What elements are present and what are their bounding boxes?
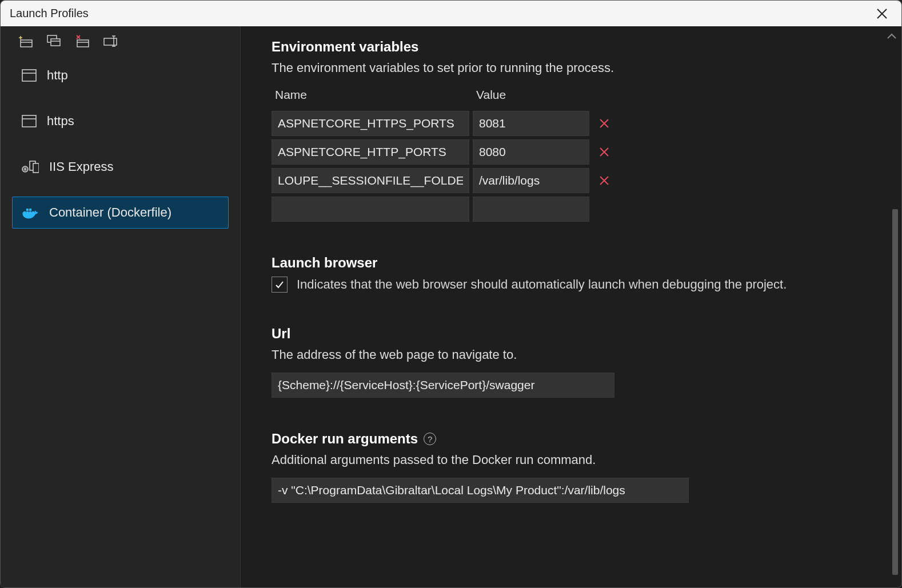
delete-profile-button[interactable]	[75, 34, 91, 48]
profile-label: IIS Express	[49, 159, 113, 174]
docker-args-title: Docker run arguments	[272, 431, 418, 447]
svg-rect-7	[104, 38, 117, 45]
url-section: Url The address of the web page to navig…	[272, 326, 859, 398]
iis-icon	[22, 160, 39, 174]
delete-x-icon	[599, 147, 609, 157]
profile-item-iis-express[interactable]: IIS Express	[12, 151, 229, 183]
env-value-input[interactable]	[473, 168, 589, 193]
sidebar-toolbar	[1, 26, 240, 54]
new-profile-icon	[18, 35, 33, 47]
docker-icon	[22, 206, 39, 219]
docker-args-section: Docker run arguments ? Additional argume…	[272, 431, 859, 503]
sidebar: http https IIS Express Container (Docker…	[1, 26, 241, 587]
launch-browser-title: Launch browser	[272, 255, 859, 271]
env-delete-button[interactable]	[593, 118, 616, 129]
env-name-input[interactable]	[272, 139, 469, 165]
content-scroll: Environment variables The environment va…	[241, 26, 901, 587]
svg-rect-17	[33, 163, 39, 173]
window-title: Launch Profiles	[10, 7, 89, 20]
profile-list: http https IIS Express Container (Docker…	[1, 54, 240, 234]
profile-item-http[interactable]: http	[12, 59, 229, 91]
profile-item-https[interactable]: https	[12, 105, 229, 137]
help-icon[interactable]: ?	[424, 433, 436, 445]
env-vars-desc: The environment variables to set prior t…	[272, 61, 859, 75]
close-icon	[876, 8, 888, 19]
env-name-input-empty[interactable]	[272, 197, 469, 222]
profile-label: Container (Dockerfile)	[49, 205, 171, 220]
env-delete-button[interactable]	[593, 175, 616, 186]
env-vars-title: Environment variables	[272, 39, 859, 55]
delete-profile-icon	[75, 35, 90, 47]
duplicate-icon	[47, 35, 62, 47]
browser-icon	[22, 115, 37, 127]
svg-rect-0	[21, 40, 32, 47]
delete-x-icon	[599, 175, 609, 186]
svg-rect-13	[22, 115, 36, 127]
profile-label: http	[47, 68, 68, 83]
env-value-input[interactable]	[473, 111, 589, 136]
url-input[interactable]	[272, 373, 614, 398]
title-bar: Launch Profiles	[1, 1, 901, 26]
new-profile-button[interactable]	[18, 34, 34, 48]
url-desc: The address of the web page to navigate …	[272, 347, 859, 362]
env-col-value: Value	[473, 86, 589, 107]
svg-rect-11	[22, 70, 36, 81]
svg-rect-22	[29, 209, 31, 211]
rename-profile-button[interactable]	[103, 34, 119, 48]
delete-x-icon	[599, 118, 609, 129]
svg-rect-21	[26, 209, 29, 211]
env-delete-button[interactable]	[593, 147, 616, 157]
profile-label: https	[47, 114, 74, 129]
env-col-name: Name	[272, 86, 469, 107]
env-name-input[interactable]	[272, 168, 469, 193]
rename-icon	[103, 35, 119, 47]
env-value-input-empty[interactable]	[473, 197, 589, 222]
close-button[interactable]	[872, 6, 892, 22]
env-vars-table: Name Value	[272, 86, 859, 222]
env-value-input[interactable]	[473, 139, 589, 165]
launch-browser-desc: Indicates that the web browser should au…	[297, 277, 787, 292]
svg-rect-5	[77, 40, 89, 47]
profile-item-container-dockerfile[interactable]: Container (Dockerfile)	[12, 197, 229, 229]
env-name-input[interactable]	[272, 111, 469, 136]
browser-icon	[22, 69, 37, 82]
launch-browser-section: Launch browser Indicates that the web br…	[272, 255, 859, 293]
svg-rect-3	[51, 39, 60, 46]
checkmark-icon	[274, 279, 285, 290]
docker-args-input[interactable]	[272, 478, 689, 503]
url-title: Url	[272, 326, 859, 342]
launch-browser-checkbox[interactable]	[272, 277, 288, 293]
duplicate-profile-button[interactable]	[46, 34, 62, 48]
main-panel: Environment variables The environment va…	[241, 26, 901, 587]
docker-args-desc: Additional arguments passed to the Docke…	[272, 453, 859, 467]
